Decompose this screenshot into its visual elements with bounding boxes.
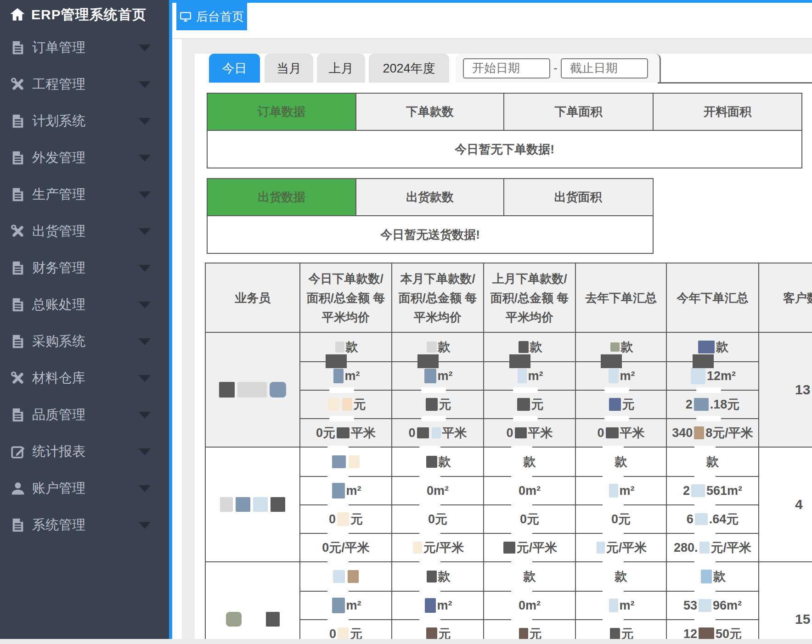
redaction-block <box>693 354 714 368</box>
tab-backend-home[interactable]: 后台首页 <box>176 3 247 30</box>
redaction-block <box>691 368 705 384</box>
sidebar-item-label: 出货管理 <box>32 222 85 241</box>
data-subrow: 元 <box>300 390 391 418</box>
table-row-3: m²0元0元/平米款m²元元/平米款0m²元元/平米款m²元元/平米款5396m… <box>206 561 812 644</box>
redaction-block <box>342 398 352 411</box>
order-summary-tabs: 订单数据下单款数下单面积开料面积 <box>208 94 801 131</box>
redaction-block <box>503 542 515 554</box>
cell-text: 元 <box>354 396 366 413</box>
salesperson-table-header: 业务员今日下单款数/面积/总金额 每平米均价本月下单款数/面积/总金额 每平米均… <box>206 263 812 332</box>
redaction-block <box>237 382 267 398</box>
redaction-block <box>601 354 622 368</box>
cell-text: 元 <box>531 396 544 413</box>
sidebar-item-label: 总账处理 <box>32 296 85 314</box>
cell-text: m² <box>620 599 635 613</box>
cell-text: 元 <box>350 511 363 527</box>
sidebar-item-label: 系统管理 <box>32 516 85 534</box>
sidebar-item-label: 外发管理 <box>32 149 85 167</box>
filter-tab-3[interactable]: 上月 <box>317 54 365 83</box>
filter-tab-1[interactable]: 今日 <box>209 54 260 83</box>
sidebar-item-label: 生产管理 <box>32 185 85 204</box>
start-date-input[interactable] <box>463 58 550 78</box>
summary-tab-4[interactable]: 开料面积 <box>654 94 801 130</box>
summary-tab-3[interactable]: 下单面积 <box>504 94 654 130</box>
customer-count: 4 <box>759 448 812 561</box>
redaction-block <box>699 542 710 554</box>
file-icon <box>10 187 26 202</box>
cell-text: 元 <box>439 396 451 413</box>
cell-text: 0元 <box>520 511 539 527</box>
sidebar-accent-line <box>169 0 172 639</box>
redaction-block <box>610 342 620 352</box>
redaction-block <box>226 612 242 627</box>
sidebar-item-5[interactable]: 生产管理 <box>0 176 169 213</box>
cell-text: 12m² <box>707 369 736 383</box>
cell-text: 款 <box>439 454 451 470</box>
redaction-block <box>609 398 621 411</box>
sidebar-item-9[interactable]: 采购系统 <box>0 323 169 360</box>
divider-gap <box>604 387 629 393</box>
chevron-down-icon <box>139 191 151 198</box>
sidebar-item-7[interactable]: 财务管理 <box>0 250 169 286</box>
data-subrow: m² <box>576 361 666 390</box>
cell-text: m² <box>346 599 361 613</box>
sidebar-item-4[interactable]: 外发管理 <box>0 140 169 176</box>
horizontal-scrollbar[interactable] <box>0 639 812 644</box>
salesperson-table-body: 款m²元0元平米款m²元0平米款m²元0平米款m²元0平米款12m²2.18元3… <box>206 332 812 644</box>
redaction-block <box>270 382 286 398</box>
end-date-input[interactable] <box>561 58 648 78</box>
redaction-block <box>515 427 527 438</box>
redaction-block <box>432 427 441 438</box>
sidebar-item-6[interactable]: 出货管理 <box>0 213 169 250</box>
redaction-block <box>609 599 618 612</box>
redaction-block <box>606 427 619 438</box>
cell-text: 款 <box>530 339 542 355</box>
cell-text: 元/平米 <box>517 539 558 556</box>
sidebar-home-link[interactable]: ERP管理系统首页 <box>0 0 169 29</box>
redaction-block <box>349 455 360 468</box>
sidebar-item-14[interactable]: 系统管理 <box>0 507 169 543</box>
sidebar-title: ERP管理系统首页 <box>31 6 147 24</box>
summary-tab-3[interactable]: 出货面积 <box>504 179 652 215</box>
summary-tab-2[interactable]: 出货款数 <box>356 179 504 215</box>
sidebar-item-label: 账户管理 <box>32 479 85 498</box>
sidebar-item-3[interactable]: 计划系统 <box>0 103 169 140</box>
cell-text: 340 <box>672 426 693 440</box>
redaction-block <box>699 627 714 640</box>
cell-text: m² <box>620 484 635 498</box>
summary-tab-2[interactable]: 下单款数 <box>356 94 504 130</box>
sidebar-item-12[interactable]: 统计报表 <box>0 433 169 470</box>
filter-tab-4[interactable]: 2024年度 <box>369 54 449 83</box>
redaction-block <box>701 570 712 583</box>
sidebar-item-11[interactable]: 品质管理 <box>0 397 169 433</box>
sidebar-item-2[interactable]: 工程管理 <box>0 66 169 103</box>
redaction-block <box>610 628 620 640</box>
shipment-empty-message: 今日暂无送货数据! <box>208 216 653 253</box>
table-header-col-1: 业务员 <box>206 263 300 332</box>
cell-text: 0 <box>506 426 513 440</box>
redaction-block <box>219 382 235 398</box>
cell-text: 款 <box>716 339 728 355</box>
summary-tab-1[interactable]: 订单数据 <box>208 94 356 130</box>
redaction-block <box>695 513 708 525</box>
sidebar-item-1[interactable]: 订单管理 <box>0 29 169 66</box>
cell-text: 款 <box>621 339 633 355</box>
cell-text: 0元/平米 <box>322 539 370 556</box>
redaction-block <box>333 570 345 583</box>
sidebar-item-10[interactable]: 材料仓库 <box>0 360 169 397</box>
data-cell: m²0元0元/平米 <box>300 562 392 644</box>
sidebar-item-label: 材料仓库 <box>32 369 85 387</box>
filter-tab-2[interactable]: 当月 <box>265 54 313 83</box>
redaction-block <box>609 484 618 498</box>
chevron-down-icon <box>139 448 151 455</box>
cell-text: 款 <box>615 568 627 585</box>
sidebar-item-8[interactable]: 总账处理 <box>0 286 169 323</box>
data-cell: 款0m²0元元/平米 <box>392 448 484 561</box>
sidebar-item-13[interactable]: 账户管理 <box>0 470 169 507</box>
order-empty-message: 今日暂无下单数据! <box>208 131 801 168</box>
chevron-down-icon <box>139 302 151 308</box>
redaction-block <box>426 398 438 411</box>
erp-dashboard-screen: ERP管理系统首页 订单管理工程管理计划系统外发管理生产管理出货管理财务管理总账… <box>0 0 812 644</box>
edit-icon <box>10 444 26 459</box>
summary-tab-1[interactable]: 出货数据 <box>208 179 356 215</box>
